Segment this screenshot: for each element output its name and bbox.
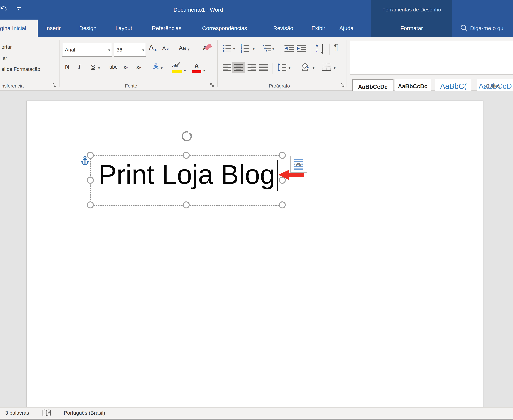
multilevel-list-button[interactable]: [263, 44, 272, 53]
copy-button[interactable]: iar: [1, 55, 7, 61]
language-indicator[interactable]: Português (Brasil): [64, 410, 105, 416]
shrink-font-letter: A: [162, 45, 166, 51]
resize-handle-top-right[interactable]: [279, 152, 286, 159]
strikethrough-button[interactable]: abe: [109, 64, 118, 70]
justify-button[interactable]: [259, 64, 268, 72]
numbering-icon: 1 2 3: [240, 44, 249, 53]
superscript-button[interactable]: x2: [136, 64, 141, 70]
font-group-label: Fonte: [125, 83, 137, 89]
screen-bottom-strip: [0, 419, 513, 420]
search-icon[interactable]: [459, 24, 468, 32]
text-effects-button[interactable]: A: [153, 62, 162, 70]
tab-revisao[interactable]: Revisão: [273, 20, 293, 37]
tab-correspondencias[interactable]: Correspondências: [202, 20, 247, 37]
textbox-text[interactable]: Print Loja Blog: [99, 161, 275, 188]
font-dialog-launcher-icon[interactable]: [210, 83, 215, 88]
tab-ajuda[interactable]: Ajuda: [339, 20, 353, 37]
line-spacing-dropdown-icon[interactable]: [289, 66, 291, 70]
font-size-value: 36: [114, 47, 142, 53]
svg-text:2: 2: [240, 47, 242, 50]
italic-button[interactable]: I: [78, 63, 80, 70]
italic-letter: I: [78, 63, 80, 70]
font-size-combo[interactable]: 36: [114, 43, 146, 57]
customize-quick-access-icon[interactable]: ▾: [15, 7, 22, 13]
sort-button[interactable]: A Z: [315, 44, 326, 55]
tab-design[interactable]: Design: [79, 20, 96, 37]
borders-button[interactable]: [322, 63, 331, 72]
shading-button[interactable]: [301, 63, 310, 72]
tab-home-active[interactable]: gina Inicial: [0, 20, 38, 37]
font-color-button[interactable]: A: [192, 62, 205, 73]
shading-dropdown-icon[interactable]: [313, 66, 314, 70]
shrink-font-button[interactable]: A ▼: [162, 45, 169, 51]
multilevel-dropdown-icon[interactable]: [272, 46, 274, 51]
change-case-button[interactable]: Aa: [179, 45, 190, 52]
align-center-icon: [234, 64, 243, 71]
document-page[interactable]: [26, 101, 483, 408]
tab-layout[interactable]: Layout: [115, 20, 132, 37]
bullets-dropdown-icon[interactable]: [233, 46, 235, 51]
document-area: [0, 91, 513, 407]
align-right-button[interactable]: [247, 64, 256, 72]
align-left-button[interactable]: [222, 64, 231, 72]
numbering-button[interactable]: 1 2 3: [240, 44, 249, 53]
grow-font-button[interactable]: A ▲: [149, 44, 157, 52]
bullets-button[interactable]: [222, 44, 231, 53]
layout-options-button[interactable]: [290, 156, 307, 173]
highlight-color-bar: [172, 70, 182, 73]
superscript-base: x: [136, 64, 139, 70]
font-name-dropdown-icon[interactable]: [108, 47, 112, 53]
grow-font-arrow-icon: ▲: [154, 48, 157, 52]
underline-button[interactable]: S: [91, 63, 100, 70]
rotate-handle-icon[interactable]: [181, 131, 192, 143]
style-sample: AaBbCcDc: [353, 84, 393, 90]
format-painter-button[interactable]: el de Formatação: [1, 67, 40, 72]
bold-letter: N: [65, 63, 70, 70]
tab-referencias[interactable]: Referências: [152, 20, 181, 37]
tell-me-search[interactable]: Diga-me o qu: [470, 20, 503, 37]
word-count[interactable]: 3 palavras: [5, 410, 29, 416]
decrease-indent-icon: [284, 45, 294, 52]
clear-formatting-button[interactable]: A: [203, 44, 211, 52]
borders-icon: [322, 63, 331, 71]
paragraph-dialog-launcher-icon[interactable]: [340, 83, 345, 88]
resize-handle-bottom-left[interactable]: [87, 202, 94, 209]
font-name-combo[interactable]: Arial: [62, 43, 112, 57]
align-center-button-selected[interactable]: [232, 62, 245, 73]
group-separator: [346, 40, 347, 87]
change-case-dropdown-icon: [187, 47, 190, 52]
borders-dropdown-icon[interactable]: [334, 66, 336, 70]
multilevel-list-icon: [263, 44, 272, 53]
resize-handle-bottom-right[interactable]: [279, 202, 286, 209]
resize-handle-top-middle[interactable]: [183, 152, 190, 159]
grow-font-letter: A: [149, 44, 153, 52]
status-bar: 3 palavras Português (Brasil): [0, 407, 513, 419]
increase-indent-button[interactable]: [297, 45, 306, 53]
shrink-font-arrow-icon: ▼: [166, 48, 169, 51]
cut-button[interactable]: ortar: [1, 44, 12, 50]
proofing-book-icon[interactable]: [43, 409, 51, 418]
line-spacing-button[interactable]: [277, 63, 286, 72]
tab-inserir[interactable]: Inserir: [45, 20, 61, 37]
subscript-index: 2: [126, 66, 128, 70]
resize-handle-middle-left[interactable]: [87, 177, 94, 184]
decrease-indent-button[interactable]: [284, 45, 294, 53]
clipboard-dialog-launcher-icon[interactable]: [52, 83, 57, 88]
highlight-button[interactable]: ab: [172, 62, 186, 73]
paragraph-group-label: Parágrafo: [269, 83, 290, 89]
numbering-dropdown-icon[interactable]: [253, 46, 255, 51]
resize-handle-bottom-middle[interactable]: [183, 202, 190, 209]
bold-button[interactable]: N: [65, 63, 70, 70]
show-paragraph-marks-button[interactable]: [334, 43, 338, 51]
subscript-base: x: [123, 64, 126, 70]
text-effects-letter: A: [153, 62, 158, 70]
increase-indent-icon: [297, 45, 306, 52]
font-size-dropdown-icon[interactable]: [142, 47, 145, 53]
tab-formatar[interactable]: Formatar: [371, 20, 452, 37]
align-right-icon: [247, 64, 256, 71]
style-sample: AaBbC(: [435, 82, 471, 91]
undo-icon[interactable]: [0, 5, 8, 13]
title-bar: ▾ Documento1 - Word Ferramentas de Desen…: [0, 0, 513, 20]
subscript-button[interactable]: x2: [123, 64, 128, 70]
tab-exibir[interactable]: Exibir: [312, 20, 325, 37]
